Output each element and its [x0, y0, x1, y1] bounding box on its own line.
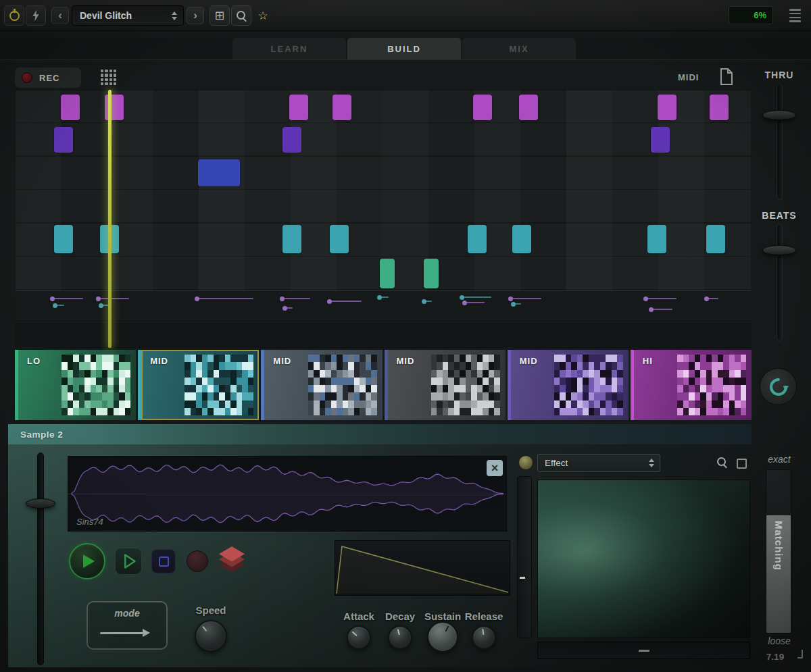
save-preset-button[interactable]: ⊞	[210, 5, 230, 26]
effect-horizontal-slider[interactable]	[537, 642, 750, 659]
sequencer-note-teal[interactable]	[512, 225, 531, 253]
velocity-dot[interactable]	[643, 296, 648, 301]
record-button[interactable]: REC	[15, 68, 81, 88]
bypass-button[interactable]	[26, 5, 46, 26]
effect-dropdown[interactable]: Effect	[537, 454, 660, 472]
sequencer-note-teal[interactable]	[282, 225, 301, 253]
speed-knob[interactable]	[195, 620, 227, 652]
sequencer-grid[interactable]	[15, 90, 752, 290]
effect-amount-knob[interactable]	[518, 455, 533, 470]
velocity-dot[interactable]	[377, 295, 382, 300]
envelope-curve-icon	[335, 541, 510, 595]
pattern-grid-button[interactable]	[101, 70, 116, 85]
velocity-lane[interactable]	[15, 290, 752, 321]
menu-button[interactable]	[789, 9, 804, 22]
volume-fader-track[interactable]	[37, 453, 44, 665]
sequencer-note-magenta[interactable]	[61, 95, 80, 120]
favorite-button[interactable]: ☆	[253, 5, 273, 26]
waveform-display[interactable]: Sins74 ×	[68, 456, 507, 532]
tab-build[interactable]: BUILD	[347, 37, 462, 59]
volume-fader-handle[interactable]	[26, 498, 55, 509]
sequencer-note-green[interactable]	[380, 259, 395, 288]
velocity-dot[interactable]	[327, 299, 332, 304]
effect-vertical-slider[interactable]	[517, 476, 532, 638]
effect-xy-pad[interactable]	[537, 480, 750, 638]
preset-selector[interactable]: Devil Glitch	[72, 5, 184, 26]
sequencer-note-magenta[interactable]	[473, 95, 492, 120]
step-sequencer[interactable]	[15, 90, 752, 348]
sequencer-note-blue[interactable]	[198, 159, 240, 186]
sequencer-note-teal[interactable]	[330, 225, 349, 253]
close-sample-button[interactable]: ×	[487, 460, 503, 476]
velocity-dot[interactable]	[704, 296, 709, 301]
sample-slot-mid-3[interactable]: MID	[261, 350, 382, 420]
sequencer-note-magenta[interactable]	[289, 95, 308, 120]
arrow-right-icon	[100, 632, 143, 634]
browse-presets-button[interactable]	[231, 5, 251, 26]
mode-selector[interactable]: mode	[87, 601, 168, 650]
sample-slot-mid-2[interactable]: MID	[138, 350, 259, 420]
sample-slot-lo-1[interactable]: LO	[15, 350, 136, 420]
velocity-dot[interactable]	[280, 296, 285, 301]
sequencer-note-purple[interactable]	[282, 127, 301, 153]
slider-handle-icon[interactable]	[639, 650, 649, 652]
sequencer-note-purple[interactable]	[651, 127, 670, 153]
slot-thumbnail	[431, 355, 500, 415]
velocity-dot[interactable]	[649, 307, 654, 312]
lightning-icon	[32, 10, 40, 22]
previous-preset-button[interactable]: ‹	[51, 7, 69, 24]
sample-header: Sample 2	[8, 424, 752, 444]
sequencer-note-magenta[interactable]	[519, 95, 538, 120]
play-button[interactable]	[69, 543, 105, 579]
matching-slider-track[interactable]: Matching	[766, 469, 791, 634]
matching-slider-handle[interactable]: Matching	[766, 515, 791, 633]
play-icon	[83, 554, 95, 568]
tab-mix[interactable]: MIX	[462, 37, 576, 59]
envelope-display[interactable]	[335, 540, 510, 596]
play-outline-mode-button[interactable]	[115, 548, 142, 575]
expand-icon[interactable]	[737, 459, 747, 469]
velocity-dot[interactable]	[53, 303, 57, 308]
sequencer-note-teal[interactable]	[706, 225, 725, 253]
beats-slider-handle[interactable]	[762, 245, 796, 255]
power-button[interactable]	[4, 5, 24, 26]
sample-slot-mid-4[interactable]: MID	[385, 350, 506, 420]
sequencer-note-teal[interactable]	[647, 225, 666, 253]
sequencer-note-green[interactable]	[424, 259, 439, 288]
loop-mode-button[interactable]	[187, 550, 208, 572]
sequencer-note-teal[interactable]	[468, 225, 487, 253]
release-knob[interactable]	[472, 625, 496, 650]
tab-learn[interactable]: LEARN	[232, 37, 347, 59]
sequencer-note-teal[interactable]	[54, 225, 73, 253]
resize-corner-icon[interactable]	[797, 650, 803, 658]
regenerate-button[interactable]	[760, 368, 797, 405]
velocity-dot[interactable]	[422, 299, 426, 304]
attack-knob[interactable]	[347, 625, 371, 650]
sequencer-note-magenta[interactable]	[710, 95, 729, 120]
velocity-dot[interactable]	[282, 306, 287, 311]
notes-layer	[15, 90, 752, 290]
velocity-dot[interactable]	[508, 296, 513, 301]
sequencer-note-magenta[interactable]	[658, 95, 677, 120]
beats-slider-track[interactable]	[777, 224, 783, 341]
next-preset-button[interactable]: ›	[187, 7, 204, 24]
sequencer-note-magenta[interactable]	[333, 95, 351, 120]
velocity-dot[interactable]	[511, 302, 516, 307]
sample-slot-hi-6[interactable]: HI	[631, 350, 752, 420]
sustain-knob[interactable]	[427, 621, 458, 652]
decay-knob[interactable]	[388, 625, 412, 650]
velocity-dot[interactable]	[195, 296, 199, 301]
effect-vertical-slider-handle[interactable]	[520, 577, 525, 579]
thru-slider-handle[interactable]	[762, 110, 796, 120]
layers-mode-button[interactable]	[218, 546, 246, 576]
sequencer-note-purple[interactable]	[54, 127, 73, 153]
sample-slot-mid-5[interactable]: MID	[508, 350, 629, 420]
velocity-dot[interactable]	[99, 303, 103, 308]
velocity-dot[interactable]	[96, 296, 101, 301]
oneshot-mode-button[interactable]	[151, 549, 176, 573]
velocity-dot[interactable]	[460, 295, 464, 300]
midi-export-button[interactable]	[719, 68, 734, 86]
thru-slider-track[interactable]	[777, 84, 783, 200]
velocity-dot[interactable]	[50, 296, 55, 301]
velocity-dot[interactable]	[462, 301, 467, 305]
